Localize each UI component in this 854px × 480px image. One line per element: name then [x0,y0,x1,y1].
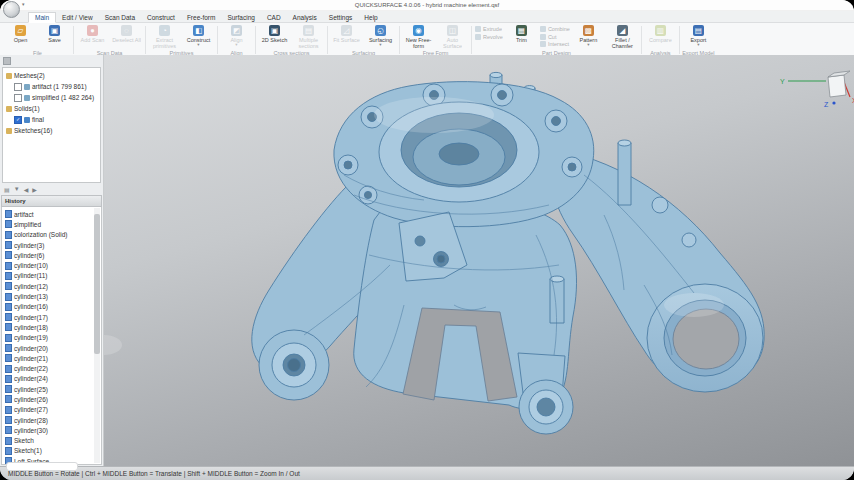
history-item-sketch[interactable]: Sketch [2,436,101,446]
history-item-cylinder-17[interactable]: cylinder(17) [2,312,101,322]
feature-icon [5,303,12,311]
history-item-cylinder-28[interactable]: cylinder(28) [2,415,101,425]
history-filter-box[interactable] [6,462,78,471]
history-item-colorization-solid[interactable]: colorization (Solid) [2,230,101,240]
feature-icon [5,323,12,331]
history-toolbar: ▤▼◀▶ [0,183,103,195]
tab-help[interactable]: Help [358,13,383,22]
history-item-cylinder-19[interactable]: cylinder(19) [2,333,101,343]
history-item-sketch-1[interactable]: Sketch(1) [2,446,101,456]
new-free-form-button[interactable]: ◉New Free-form [403,25,434,50]
history-item-cylinder-12[interactable]: cylinder(12) [2,281,101,291]
history-item-cylinder-16[interactable]: cylinder(16) [2,302,101,312]
history-item-cylinder-6[interactable]: cylinder(6) [2,250,101,260]
extract-primitives-icon: ◔ [159,25,170,36]
export-button[interactable]: ▤Export▾ [683,25,714,48]
fit-surface-icon: ◿ [341,25,352,36]
history-scrollbar[interactable] [94,208,100,463]
tab-edit-view[interactable]: Edit / View [56,13,99,22]
tab-analysis[interactable]: Analysis [287,13,323,22]
history-item-cylinder-22[interactable]: cylinder(22) [2,363,101,373]
app-logo-icon[interactable] [3,1,20,18]
history-item-label: cylinder(10) [14,262,48,269]
fillet-chamfer-icon: ◢ [617,25,628,36]
open-button[interactable]: ▱Open [5,25,36,43]
history-scrollbar-thumb[interactable] [94,214,100,354]
ribbon-group-part-design: ExtrudeRevolve▦TrimCombineCutIntersect▩P… [472,23,641,57]
history-item-cylinder-26[interactable]: cylinder(26) [2,394,101,404]
align-icon: ◩ [231,25,242,36]
history-item-cylinder-3[interactable]: cylinder(3) [2,240,101,250]
feature-icon [5,251,12,259]
filter-icon[interactable]: ▤ [4,186,10,193]
tree-item-solids-1[interactable]: Solids(1) [3,103,100,114]
tree-item-artifact-1-799-861[interactable]: artifact (1 799 861) [3,81,100,92]
model-tree-header [0,55,103,67]
tree-item-sketches-16[interactable]: Sketches(16) [3,125,100,136]
feature-icon [5,437,12,445]
tab-scan-data[interactable]: Scan Data [99,13,141,22]
history-panel-header: History [1,195,102,207]
app-window: ▾ QUICKSURFACE 4.0.06 - hybrid machine e… [0,0,854,480]
history-item-artifact[interactable]: artifact [2,209,101,219]
history-item-label: cylinder(16) [14,303,48,310]
quick-access-caret-icon[interactable]: ▾ [22,1,25,7]
feature-icon [5,210,12,218]
dropdown-arrow-icon: ▾ [197,43,199,48]
surfacing-icon: ◵ [375,25,386,36]
tab-surfacing[interactable]: Surfacing [221,13,260,22]
intersect-button: Intersect [540,41,570,47]
tab-construct[interactable]: Construct [141,13,181,22]
history-item-label: cylinder(6) [14,252,44,259]
trim-button[interactable]: ▦Trim [506,25,537,43]
tab-free-form[interactable]: Free-form [181,13,222,22]
feature-icon [5,365,12,373]
tree-item-meshes-2[interactable]: Meshes(2) [3,70,100,81]
model-tree: Meshes(2)artifact (1 799 861)simplified … [2,67,101,183]
tab-settings[interactable]: Settings [323,13,359,22]
visibility-checkbox[interactable]: ✓ [14,116,22,124]
visibility-checkbox[interactable] [14,83,22,91]
history-item-cylinder-13[interactable]: cylinder(13) [2,291,101,301]
triad-z-label: Z [824,101,829,108]
visibility-checkbox[interactable] [14,94,22,102]
history-item-cylinder-18[interactable]: cylinder(18) [2,322,101,332]
save-icon: ▣ [49,25,60,36]
fillet-chamfer-label: Fillet / Chamfer [607,37,638,50]
construct-button[interactable]: ◧Construct▾ [183,25,214,48]
pattern-button[interactable]: ▩Pattern▾ [573,25,604,48]
history-item-cylinder-27[interactable]: cylinder(27) [2,405,101,415]
history-item-cylinder-20[interactable]: cylinder(20) [2,343,101,353]
feature-icon [5,344,12,352]
fillet-chamfer-button[interactable]: ◢Fillet / Chamfer [607,25,638,50]
history-forward-icon[interactable]: ▶ [32,186,37,193]
tree-item-simplified-1-482-264[interactable]: simplified (1 482 264) [3,92,100,103]
tab-main[interactable]: Main [28,12,56,23]
viewport-3d[interactable]: Y X Z [104,55,854,467]
tree-item-final[interactable]: ✓final [3,114,100,125]
history-item-label: cylinder(30) [14,427,48,434]
mesh-icon [24,84,30,90]
multiple-sections-button: ▤Multiple sections [293,25,324,50]
save-button[interactable]: ▣Save [39,25,70,43]
history-back-icon[interactable]: ◀ [24,186,29,193]
ribbon-group-file: ▱Open▣SaveFile [2,23,73,57]
history-item-cylinder-11[interactable]: cylinder(11) [2,271,101,281]
extrude-label: Extrude [483,26,502,32]
panel-collapse-icon[interactable] [3,57,11,65]
history-item-simplified[interactable]: simplified [2,219,101,229]
history-item-cylinder-25[interactable]: cylinder(25) [2,384,101,394]
compare-button: ▥Compare [645,25,676,43]
2d-sketch-button[interactable]: ▣2D Sketch [259,25,290,43]
sort-icon[interactable]: ▼ [14,186,20,192]
tab-cad[interactable]: CAD [261,13,287,22]
surfacing-button[interactable]: ◵Surfacing▾ [365,25,396,48]
history-item-label: cylinder(22) [14,365,48,372]
history-item-label: cylinder(20) [14,345,48,352]
history-item-label: cylinder(13) [14,293,48,300]
history-item-cylinder-21[interactable]: cylinder(21) [2,353,101,363]
history-item-cylinder-24[interactable]: cylinder(24) [2,374,101,384]
history-item-cylinder-10[interactable]: cylinder(10) [2,260,101,270]
trim-icon: ▦ [516,25,527,36]
history-item-cylinder-30[interactable]: cylinder(30) [2,425,101,435]
